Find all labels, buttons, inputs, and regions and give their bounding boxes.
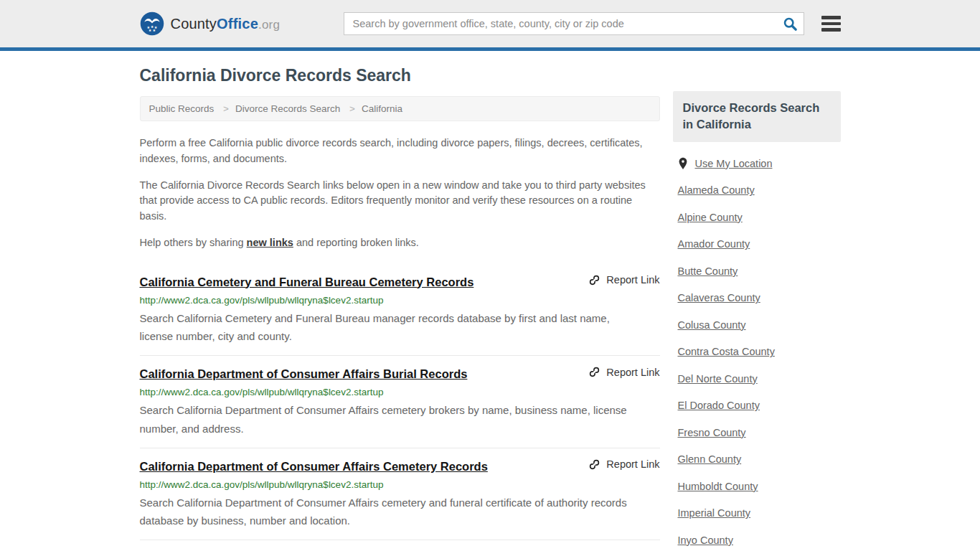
report-link[interactable]: Report Link bbox=[588, 458, 659, 471]
sidebar: Divorce Records Search in California Use… bbox=[673, 91, 841, 551]
record-description: Search California Department of Consumer… bbox=[140, 401, 646, 438]
record-url: http://www2.dca.ca.gov/pls/wllpub/wllqry… bbox=[140, 479, 660, 490]
intro-paragraph-1: Perform a free California public divorce… bbox=[140, 136, 660, 167]
breadcrumb: Public Records Divorce Records Search Ca… bbox=[140, 96, 660, 121]
county-list-item: Inyo County bbox=[678, 534, 841, 547]
report-link[interactable]: Report Link bbox=[588, 274, 659, 286]
county-link[interactable]: Contra Costa County bbox=[678, 346, 775, 357]
logo-seal-icon: ★ ★ ★ ★ ★ bbox=[140, 11, 164, 36]
breadcrumb-link[interactable]: Public Records bbox=[149, 103, 215, 114]
county-list-item: Alpine County bbox=[678, 211, 841, 224]
record-entry: California Department of Consumer Affair… bbox=[140, 448, 660, 540]
svg-text:★: ★ bbox=[152, 28, 156, 32]
county-link[interactable]: Colusa County bbox=[678, 319, 746, 331]
header-search bbox=[344, 12, 804, 35]
county-link[interactable]: Butte County bbox=[678, 265, 738, 277]
intro-paragraph-3: Help others by sharing new links and rep… bbox=[140, 235, 660, 251]
county-link[interactable]: Fresno County bbox=[678, 427, 746, 438]
report-link[interactable]: Report Link bbox=[588, 366, 659, 378]
use-my-location-link[interactable]: Use My Location bbox=[695, 158, 773, 169]
record-url: http://www2.dca.ca.gov/pls/wllpub/wllqry… bbox=[140, 295, 660, 306]
county-link[interactable]: Inyo County bbox=[678, 534, 733, 546]
county-list-item: Imperial County bbox=[678, 507, 841, 519]
broken-link-icon bbox=[588, 366, 600, 378]
record-url: http://www2.dca.ca.gov/pls/wllpub/wllqry… bbox=[140, 387, 660, 397]
intro-paragraph-2: The California Divorce Records Search li… bbox=[140, 178, 660, 225]
county-link[interactable]: Del Norte County bbox=[678, 373, 758, 385]
county-link[interactable]: Calaveras County bbox=[678, 292, 760, 303]
svg-text:★: ★ bbox=[148, 28, 151, 32]
county-list-item: Fresno County bbox=[678, 426, 841, 439]
report-link-label: Report Link bbox=[606, 458, 659, 470]
broken-link-icon bbox=[588, 458, 600, 471]
new-links-link[interactable]: new links bbox=[247, 237, 293, 248]
intro-text: Perform a free California public divorce… bbox=[140, 136, 660, 251]
county-list-item: Alameda County bbox=[678, 184, 841, 197]
site-logo[interactable]: ★ ★ ★ ★ ★ CountyOffice.org bbox=[140, 11, 281, 36]
page-title: California Divorce Records Search bbox=[140, 66, 660, 85]
report-link-label: Report Link bbox=[606, 274, 659, 286]
record-entry: California Department of Corrections and… bbox=[140, 540, 660, 551]
county-list-item: Calaveras County bbox=[678, 291, 841, 304]
county-list: Alameda County Alpine County Amador Coun… bbox=[673, 184, 841, 551]
county-link[interactable]: Imperial County bbox=[678, 507, 751, 519]
county-link[interactable]: Humboldt County bbox=[678, 481, 758, 492]
record-title-link[interactable]: California Cemetery and Funeral Bureau C… bbox=[140, 276, 474, 289]
record-entry: California Department of Consumer Affair… bbox=[140, 355, 660, 448]
county-list-item: Amador County bbox=[678, 237, 841, 250]
record-description: Search California Department of Consumer… bbox=[140, 494, 646, 531]
county-link[interactable]: Alameda County bbox=[678, 184, 755, 196]
record-title-link[interactable]: California Department of Consumer Affair… bbox=[140, 367, 468, 381]
search-button[interactable] bbox=[783, 17, 798, 32]
use-my-location-row: Use My Location bbox=[673, 157, 841, 170]
menu-icon[interactable] bbox=[821, 16, 841, 32]
county-list-item: Butte County bbox=[678, 265, 841, 278]
county-list-item: Contra Costa County bbox=[678, 345, 841, 358]
county-link[interactable]: Amador County bbox=[678, 238, 750, 250]
location-pin-icon bbox=[678, 157, 688, 170]
breadcrumb-link[interactable]: California bbox=[343, 103, 402, 114]
broken-link-icon bbox=[588, 274, 600, 286]
records-list: California Cemetery and Funeral Bureau C… bbox=[140, 264, 660, 551]
county-list-item: Del Norte County bbox=[678, 372, 841, 385]
county-link[interactable]: Alpine County bbox=[678, 212, 743, 223]
site-header: ★ ★ ★ ★ ★ CountyOffice.org bbox=[0, 0, 980, 51]
sidebar-title: Divorce Records Search in California bbox=[673, 91, 841, 142]
record-entry: California Cemetery and Funeral Bureau C… bbox=[140, 264, 660, 356]
county-list-item: Colusa County bbox=[678, 319, 841, 331]
search-icon bbox=[783, 17, 798, 32]
report-link-label: Report Link bbox=[606, 367, 659, 378]
county-list-item: Glenn County bbox=[678, 453, 841, 466]
county-list-item: El Dorado County bbox=[678, 399, 841, 412]
search-input[interactable] bbox=[344, 12, 804, 35]
record-title-link[interactable]: California Department of Consumer Affair… bbox=[140, 460, 488, 474]
county-link[interactable]: Glenn County bbox=[678, 453, 742, 465]
county-list-item: Humboldt County bbox=[678, 480, 841, 493]
county-link[interactable]: El Dorado County bbox=[678, 400, 760, 411]
main-content: California Divorce Records Search Public… bbox=[140, 51, 660, 551]
breadcrumb-link[interactable]: Divorce Records Search bbox=[217, 103, 340, 114]
logo-text: CountyOffice.org bbox=[171, 16, 281, 32]
record-description: Search California Cemetery and Funeral B… bbox=[140, 309, 646, 347]
